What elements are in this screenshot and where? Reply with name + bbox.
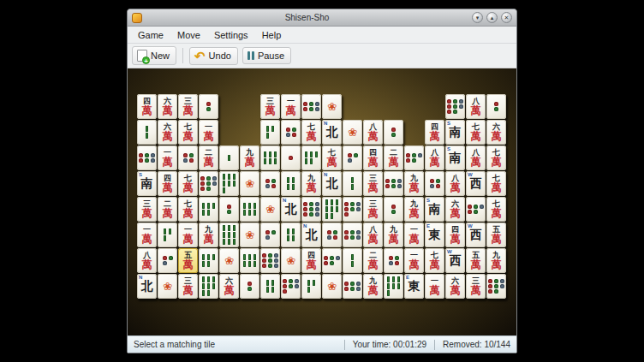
- menu-item-help[interactable]: Help: [255, 28, 289, 42]
- tile-c8[interactable]: 八萬: [363, 120, 383, 145]
- tile-c1[interactable]: 一萬: [199, 120, 218, 145]
- tile-c8[interactable]: 八萬: [137, 248, 157, 273]
- tile-b6[interactable]: [240, 248, 259, 273]
- tile-wN[interactable]: N北: [322, 120, 342, 145]
- tile-c6[interactable]: 六萬: [445, 274, 465, 299]
- tile-wW[interactable]: W西: [445, 248, 465, 273]
- tile-c1[interactable]: 一萬: [137, 223, 157, 247]
- tile-wE[interactable]: E東: [404, 274, 424, 299]
- tile-c8[interactable]: 八萬: [445, 171, 465, 196]
- tile-f[interactable]: ❀: [322, 94, 342, 119]
- tile-wS[interactable]: S南: [137, 171, 157, 196]
- tile-c9[interactable]: 九萬: [363, 274, 383, 299]
- tile-b4[interactable]: [281, 223, 301, 247]
- tile-d3[interactable]: [158, 248, 177, 273]
- tile-d4[interactable]: [322, 223, 342, 247]
- tile-c9[interactable]: 九萬: [240, 145, 259, 170]
- tile-c7[interactable]: 七萬: [178, 171, 198, 196]
- tile-d9[interactable]: [301, 197, 321, 222]
- tile-c4[interactable]: 四萬: [425, 120, 444, 145]
- tile-b5[interactable]: [199, 197, 218, 222]
- tile-wS[interactable]: S南: [445, 120, 465, 145]
- tile-c8[interactable]: 八萬: [466, 145, 486, 170]
- tile-c2[interactable]: 二萬: [199, 145, 218, 170]
- titlebar[interactable]: Shisen-Sho ▾ ▴ ✕: [128, 9, 516, 27]
- tile-f[interactable]: ❀: [158, 274, 177, 299]
- tile-b7[interactable]: [219, 171, 239, 196]
- tile-c5[interactable]: 五萬: [486, 223, 506, 247]
- tile-b7[interactable]: [384, 274, 403, 299]
- tile-c2[interactable]: 二萬: [363, 248, 383, 273]
- tile-c4[interactable]: 四萬: [363, 145, 383, 170]
- tile-wW[interactable]: W西: [466, 223, 486, 247]
- menu-item-game[interactable]: Game: [131, 28, 170, 42]
- tile-d8[interactable]: [486, 274, 506, 299]
- tile-c1[interactable]: 一萬: [281, 94, 301, 119]
- tile-d8[interactable]: [445, 94, 465, 119]
- tile-c1[interactable]: 一萬: [178, 223, 198, 247]
- tile-b8[interactable]: [199, 274, 218, 299]
- tile-d2[interactable]: [384, 197, 403, 222]
- tile-c3[interactable]: 三萬: [137, 197, 157, 222]
- minimize-button[interactable]: ▾: [472, 12, 483, 23]
- tile-b5[interactable]: [301, 145, 321, 170]
- tile-d2[interactable]: [199, 94, 218, 119]
- tile-b5[interactable]: [199, 248, 218, 273]
- tile-c9[interactable]: 九萬: [301, 171, 321, 196]
- tile-b2[interactable]: [343, 171, 362, 196]
- tile-c8[interactable]: 八萬: [425, 145, 444, 170]
- tile-b3[interactable]: [301, 274, 321, 299]
- tile-d6[interactable]: [343, 223, 362, 247]
- tile-b9[interactable]: [219, 223, 239, 247]
- maximize-button[interactable]: ▴: [486, 12, 498, 23]
- tile-b3[interactable]: [158, 223, 177, 247]
- tile-c6[interactable]: 六萬: [158, 120, 177, 145]
- tile-d4[interactable]: [425, 171, 444, 196]
- tile-c7[interactable]: 七萬: [486, 145, 506, 170]
- tile-f[interactable]: ❀: [322, 274, 342, 299]
- tile-d9[interactable]: [260, 248, 280, 273]
- tile-c4[interactable]: 四萬: [301, 248, 321, 273]
- tile-wN[interactable]: N北: [137, 274, 157, 299]
- tile-c6[interactable]: 六萬: [158, 94, 177, 119]
- tile-d5[interactable]: [466, 197, 486, 222]
- tile-c4[interactable]: 四萬: [445, 223, 465, 247]
- tile-c3[interactable]: 三萬: [363, 171, 383, 196]
- tile-d2[interactable]: [384, 120, 403, 145]
- tile-c2[interactable]: 二萬: [158, 197, 177, 222]
- tile-c7[interactable]: 七萬: [425, 248, 444, 273]
- tile-wN[interactable]: N北: [301, 223, 321, 247]
- tile-c6[interactable]: 六萬: [445, 197, 465, 222]
- tile-wE[interactable]: E東: [425, 223, 444, 247]
- tile-c2[interactable]: 二萬: [384, 145, 403, 170]
- tile-d4[interactable]: [260, 171, 280, 196]
- tile-c7[interactable]: 七萬: [301, 120, 321, 145]
- menu-item-settings[interactable]: Settings: [207, 28, 255, 42]
- tile-c9[interactable]: 九萬: [404, 197, 424, 222]
- new-button[interactable]: + New: [132, 46, 176, 65]
- tile-d8[interactable]: [199, 171, 218, 196]
- tile-c6[interactable]: 六萬: [219, 274, 239, 299]
- tile-c1[interactable]: 一萬: [158, 145, 177, 170]
- tile-c7[interactable]: 七萬: [486, 171, 506, 196]
- tile-f[interactable]: ❀: [240, 223, 259, 247]
- tile-c9[interactable]: 九萬: [404, 171, 424, 196]
- tile-c5[interactable]: 五萬: [466, 248, 486, 273]
- tile-c4[interactable]: 四萬: [137, 94, 157, 119]
- tile-c8[interactable]: 八萬: [466, 94, 486, 119]
- tile-d6[interactable]: [384, 171, 403, 196]
- tile-b3[interactable]: [260, 120, 280, 145]
- tile-d7[interactable]: [343, 197, 362, 222]
- tile-d6[interactable]: [301, 94, 321, 119]
- tile-d2[interactable]: [486, 94, 506, 119]
- tile-c7[interactable]: 七萬: [466, 120, 486, 145]
- tile-c9[interactable]: 九萬: [199, 223, 218, 247]
- tile-c8[interactable]: 八萬: [363, 223, 383, 247]
- tile-b8[interactable]: [322, 197, 342, 222]
- tile-c7[interactable]: 七萬: [322, 145, 342, 170]
- tile-d3[interactable]: [343, 145, 362, 170]
- tile-b4[interactable]: [260, 274, 280, 299]
- tile-c3[interactable]: 三萬: [363, 197, 383, 222]
- tile-c3[interactable]: 三萬: [178, 94, 198, 119]
- tile-wN[interactable]: N北: [281, 197, 301, 222]
